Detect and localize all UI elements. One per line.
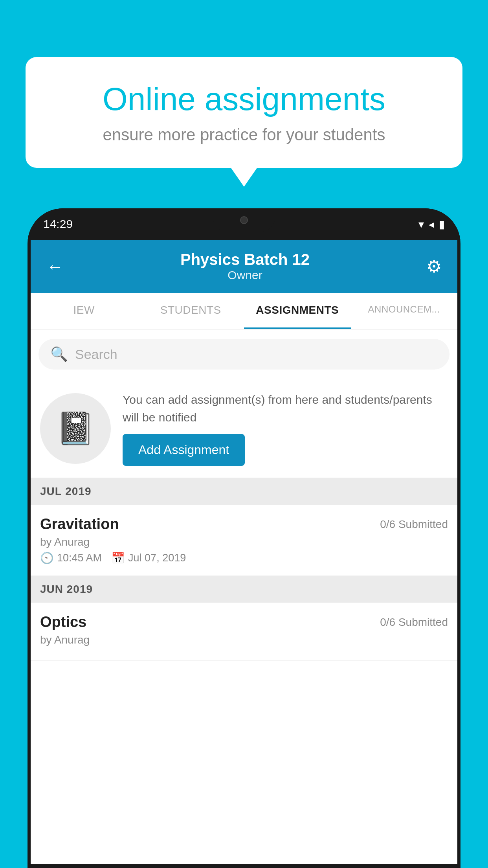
status-time: 14:29 [43, 217, 73, 231]
bubble-title: Online assignments [53, 81, 435, 118]
assignment-name-gravitation: Gravitation [40, 516, 119, 533]
tab-assignments[interactable]: ASSIGNMENTS [244, 293, 351, 329]
phone-notch [213, 208, 275, 232]
header-title: Physics Batch 12 [180, 251, 310, 268]
tab-announcements[interactable]: ANNOUNCEM... [351, 293, 458, 329]
assignment-time-value: 10:45 AM [57, 552, 102, 564]
section-header-jun: JUN 2019 [31, 576, 457, 603]
tab-students[interactable]: STUDENTS [138, 293, 244, 329]
assignment-name-optics: Optics [40, 614, 86, 631]
add-assignment-section: 📓 You can add assignment(s) from here an… [31, 379, 457, 478]
back-button[interactable]: ← [46, 257, 64, 276]
settings-icon[interactable]: ⚙ [426, 256, 442, 276]
calendar-icon: 📅 [111, 552, 125, 565]
assignment-top-row-optics: Optics 0/6 Submitted [40, 614, 448, 631]
assignment-by-gravitation: by Anurag [40, 536, 448, 548]
header-subtitle: Owner [180, 268, 310, 282]
search-placeholder: Search [75, 347, 117, 362]
section-header-jul-text: JUL 2019 [40, 485, 91, 497]
phone-frame: 14:29 ▾ ◂ ▮ ← Physics Batch 12 Owner ⚙ I… [28, 208, 460, 868]
speech-bubble: Online assignments ensure more practice … [26, 57, 462, 168]
assignment-item-optics[interactable]: Optics 0/6 Submitted by Anurag [31, 603, 457, 661]
assignment-date-value: Jul 07, 2019 [128, 552, 186, 564]
section-header-jul: JUL 2019 [31, 478, 457, 505]
add-assignment-description: You can add assignment(s) from here and … [123, 391, 448, 426]
assignment-submitted-optics: 0/6 Submitted [380, 616, 448, 629]
tab-iew[interactable]: IEW [31, 293, 138, 329]
assignment-top-row: Gravitation 0/6 Submitted [40, 516, 448, 533]
bubble-subtitle: ensure more practice for your students [53, 125, 435, 144]
wifi-icon: ▾ [418, 218, 424, 231]
clock-icon: 🕙 [40, 552, 54, 565]
search-icon: 🔍 [50, 346, 68, 362]
content-area: 🔍 Search 📓 You can add assignment(s) fro… [31, 329, 457, 661]
assignment-meta-gravitation: 🕙 10:45 AM 📅 Jul 07, 2019 [40, 552, 448, 565]
assignment-time-gravitation: 🕙 10:45 AM [40, 552, 102, 565]
assignment-by-optics: by Anurag [40, 634, 448, 646]
tabs-container: IEW STUDENTS ASSIGNMENTS ANNOUNCEM... [31, 293, 457, 329]
header-center: Physics Batch 12 Owner [180, 251, 310, 282]
status-bar: 14:29 ▾ ◂ ▮ [28, 208, 460, 240]
add-assignment-right: You can add assignment(s) from here and … [123, 391, 448, 466]
front-camera [240, 216, 248, 224]
section-header-jun-text: JUN 2019 [40, 583, 93, 595]
assignment-item-gravitation[interactable]: Gravitation 0/6 Submitted by Anurag 🕙 10… [31, 505, 457, 576]
assignment-icon-circle: 📓 [40, 393, 111, 464]
phone-screen: ← Physics Batch 12 Owner ⚙ IEW STUDENTS … [31, 240, 457, 864]
speech-bubble-container: Online assignments ensure more practice … [26, 57, 462, 168]
assignment-date-gravitation: 📅 Jul 07, 2019 [111, 552, 186, 565]
notebook-icon: 📓 [56, 410, 95, 447]
signal-icon: ◂ [429, 218, 434, 231]
assignment-submitted-gravitation: 0/6 Submitted [380, 518, 448, 531]
search-bar[interactable]: 🔍 Search [39, 339, 449, 370]
battery-icon: ▮ [439, 218, 445, 231]
add-assignment-button[interactable]: Add Assignment [123, 434, 245, 466]
status-icons: ▾ ◂ ▮ [418, 218, 445, 231]
app-header: ← Physics Batch 12 Owner ⚙ [31, 240, 457, 293]
